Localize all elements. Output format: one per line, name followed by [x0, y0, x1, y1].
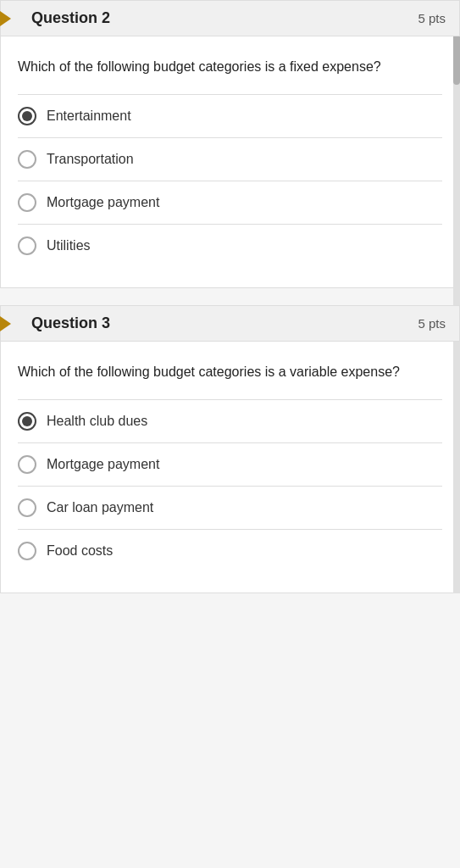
question-3-options-list: Health club duesMortgage paymentCar loan… — [18, 399, 442, 572]
q2-opt2-label: Transportation — [47, 152, 134, 167]
q2-opt1-item[interactable]: Entertainment — [18, 94, 442, 137]
questions-container: Question 25 ptsWhich of the following bu… — [0, 0, 460, 593]
q3-opt3-label: Car loan payment — [47, 500, 153, 515]
q2-opt1-radio-inner — [22, 111, 32, 121]
question-2-points: 5 pts — [418, 11, 446, 25]
q3-opt4-label: Food costs — [47, 543, 113, 559]
question-3-title: Question 3 — [31, 314, 418, 332]
q3-opt1-radio[interactable] — [18, 412, 36, 431]
question-2-options-list: EntertainmentTransportationMortgage paym… — [18, 94, 442, 267]
question-3-header: Question 35 pts — [0, 305, 460, 342]
question-2-block: Question 25 ptsWhich of the following bu… — [0, 0, 460, 288]
q2-opt3-item[interactable]: Mortgage payment — [18, 181, 442, 224]
q3-opt4-item[interactable]: Food costs — [18, 529, 442, 572]
q2-opt4-radio[interactable] — [18, 236, 36, 255]
question-2-body: Which of the following budget categories… — [0, 36, 460, 288]
q3-opt1-item[interactable]: Health club dues — [18, 399, 442, 442]
page-container: Question 25 ptsWhich of the following bu… — [0, 0, 460, 593]
question-3-points: 5 pts — [418, 316, 446, 331]
question-3-text: Which of the following budget categories… — [18, 362, 442, 382]
q3-opt4-radio[interactable] — [18, 542, 36, 560]
question-2-text: Which of the following budget categories… — [18, 57, 442, 77]
q2-opt3-label: Mortgage payment — [47, 195, 159, 210]
q2-opt2-radio[interactable] — [18, 150, 36, 169]
q2-opt1-radio[interactable] — [18, 107, 36, 125]
q3-opt2-radio[interactable] — [18, 455, 36, 474]
q2-opt2-item[interactable]: Transportation — [18, 137, 442, 181]
question-2-header: Question 25 pts — [0, 0, 460, 36]
q3-opt2-label: Mortgage payment — [47, 457, 159, 472]
q2-opt1-label: Entertainment — [47, 108, 131, 124]
question-3-block: Question 35 ptsWhich of the following bu… — [0, 305, 460, 593]
q2-opt3-radio[interactable] — [18, 193, 36, 212]
scrollbar[interactable] — [453, 0, 460, 593]
question-arrow-icon — [0, 7, 11, 31]
q2-opt4-label: Utilities — [47, 238, 91, 253]
scrollbar-thumb — [453, 34, 460, 85]
q3-opt3-item[interactable]: Car loan payment — [18, 486, 442, 529]
question-2-title: Question 2 — [31, 9, 418, 27]
q3-opt2-item[interactable]: Mortgage payment — [18, 442, 442, 486]
question-3-body: Which of the following budget categories… — [0, 342, 460, 593]
q3-opt3-radio[interactable] — [18, 498, 36, 517]
q2-opt4-item[interactable]: Utilities — [18, 224, 442, 267]
q3-opt1-radio-inner — [22, 416, 32, 426]
q3-opt1-label: Health club dues — [47, 414, 147, 429]
question-arrow-icon — [0, 312, 11, 336]
